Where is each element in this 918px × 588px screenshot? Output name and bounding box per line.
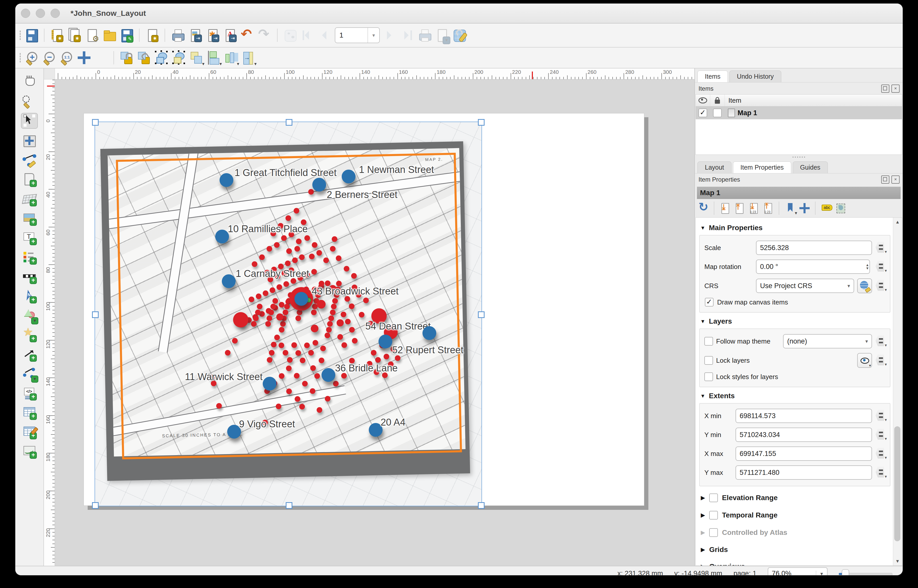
scale-input[interactable]: 5256.328 — [756, 241, 872, 255]
bookmark-icon[interactable] — [784, 202, 796, 214]
scrollbar-thumb[interactable] — [894, 426, 900, 541]
zoom-in-icon[interactable] — [24, 50, 39, 65]
x-min-input[interactable]: 698114.573 — [735, 409, 872, 423]
zoom-tool-icon[interactable] — [21, 94, 37, 108]
atlas-settings-icon[interactable] — [452, 28, 467, 43]
data-defined-override-button[interactable]: ▾ — [875, 260, 886, 273]
export-image-icon[interactable] — [188, 28, 202, 43]
export-atlas-icon[interactable] — [434, 28, 449, 43]
atlas-first-icon[interactable] — [300, 28, 315, 43]
atlas-prev-icon[interactable] — [317, 28, 332, 43]
add-fixed-table-icon[interactable] — [21, 425, 37, 439]
x-max-input[interactable]: 699147.155 — [735, 446, 872, 461]
zoom-full-icon[interactable] — [76, 50, 91, 65]
add-marker-icon[interactable] — [21, 328, 37, 342]
print-layout-icon[interactable] — [170, 28, 185, 43]
tab-items[interactable]: Items — [698, 71, 728, 82]
layout-manager-icon[interactable] — [84, 28, 99, 43]
add-scalebar-icon[interactable] — [21, 269, 37, 284]
resize-handle-w[interactable] — [92, 311, 99, 318]
resize-handle-nw[interactable] — [92, 119, 99, 126]
undo-icon[interactable] — [240, 28, 254, 43]
edit-nodes-item-icon[interactable] — [21, 153, 37, 168]
duplicate-layout-icon[interactable] — [67, 28, 82, 43]
align-items-icon[interactable] — [206, 50, 221, 65]
resize-handle-n[interactable] — [286, 119, 292, 126]
data-defined-override-button[interactable]: ▾ — [875, 428, 886, 442]
add-shape-icon[interactable] — [21, 308, 37, 323]
layout-canvas[interactable]: MAP 2. SCALE 30 INCHES TO A MILE. 1 Grea… — [55, 79, 695, 566]
tab-guides[interactable]: Guides — [793, 162, 828, 173]
add-north-arrow-icon[interactable] — [21, 289, 37, 304]
y-max-input[interactable]: 5711271.480 — [735, 465, 872, 480]
section-elevation-range[interactable]: ▶Elevation Range — [701, 493, 890, 502]
page-number-spinbox[interactable]: 1▾ — [335, 27, 380, 43]
scroll-up-arrow-icon[interactable]: ▲ — [893, 218, 902, 226]
close-dock-icon[interactable]: × — [891, 176, 900, 184]
atlas-next-icon[interactable] — [382, 28, 397, 43]
view-extent-icon[interactable] — [733, 202, 745, 214]
zoom-actual-icon[interactable] — [59, 50, 74, 65]
visible-layers-button[interactable]: ▾ — [857, 353, 872, 368]
section-layers[interactable]: ▼Layers — [700, 317, 890, 325]
add-legend-icon[interactable] — [21, 250, 37, 265]
crs-combobox[interactable]: Use Project CRS▾ — [756, 279, 854, 293]
y-min-input[interactable]: 5710243.034 — [735, 428, 872, 442]
zoom-slider-thumb[interactable] — [842, 569, 849, 575]
map-item[interactable]: MAP 2. SCALE 30 INCHES TO A MILE. 1 Grea… — [95, 122, 481, 506]
map-theme-combobox[interactable]: (none)▾ — [783, 334, 872, 348]
resize-handle-s[interactable] — [286, 502, 292, 509]
raise-items-icon[interactable] — [189, 50, 204, 65]
resize-handle-e[interactable] — [478, 311, 484, 318]
refresh-view-icon[interactable] — [94, 50, 108, 65]
add-html-icon[interactable] — [21, 386, 37, 401]
draw-map-canvas-items-row[interactable]: Draw map canvas items — [705, 298, 886, 307]
save-layout-icon[interactable] — [24, 28, 39, 43]
set-map-scale-icon[interactable] — [748, 202, 760, 214]
resize-handle-se[interactable] — [478, 502, 484, 509]
clipping-settings-icon[interactable] — [834, 202, 847, 214]
atlas-last-icon[interactable] — [400, 28, 414, 43]
add-arrow-icon[interactable] — [21, 347, 37, 362]
set-canvas-scale-icon[interactable] — [762, 202, 774, 214]
lock-items-icon[interactable] — [119, 50, 134, 65]
maximize-window-button[interactable] — [50, 9, 60, 18]
move-map-content-icon[interactable] — [798, 202, 810, 214]
section-temporal-range[interactable]: ▶Temporal Range — [701, 511, 890, 520]
add-picture-icon[interactable] — [21, 211, 37, 226]
export-pdf-icon[interactable] — [222, 28, 237, 43]
tab-layout[interactable]: Layout — [698, 162, 732, 173]
lock-checkbox[interactable] — [713, 108, 722, 117]
add-node-item-icon[interactable] — [21, 366, 37, 381]
pan-icon[interactable] — [21, 74, 37, 89]
export-svg-icon[interactable] — [205, 28, 220, 43]
select-all-icon[interactable] — [154, 50, 169, 65]
select-move-item-icon[interactable] — [21, 113, 38, 129]
section-controlled-by-atlas[interactable]: ▶Controlled by Atlas — [701, 528, 890, 537]
unlock-items-icon[interactable] — [136, 50, 151, 65]
close-dock-icon[interactable]: × — [891, 84, 900, 93]
tab-item-properties[interactable]: Item Properties — [733, 162, 791, 173]
lock-styles-checkbox[interactable] — [704, 372, 713, 381]
spin-arrows[interactable]: ▲▼ — [863, 263, 872, 270]
lock-layers-checkbox[interactable] — [704, 356, 713, 365]
distribute-items-icon[interactable] — [223, 50, 238, 65]
tab-undo-history[interactable]: Undo History — [729, 71, 781, 82]
zoom-out-icon[interactable] — [41, 50, 56, 65]
add-attribute-table-icon[interactable] — [21, 405, 37, 420]
save-as-template-icon[interactable] — [119, 28, 134, 43]
add-elevation-profile-icon[interactable] — [21, 444, 37, 459]
resize-handle-ne[interactable] — [478, 119, 484, 126]
section-extents[interactable]: ▼Extents — [700, 392, 890, 400]
visibility-checkbox[interactable] — [698, 108, 707, 117]
resize-handle-sw[interactable] — [92, 502, 99, 509]
panel-splitter[interactable] — [695, 155, 903, 159]
section-main-properties[interactable]: ▼Main Properties — [700, 224, 890, 232]
select-crs-button[interactable] — [857, 278, 872, 293]
data-defined-override-button[interactable]: ▾ — [875, 334, 886, 348]
float-dock-icon[interactable] — [881, 84, 889, 93]
move-item-content-icon[interactable] — [21, 133, 37, 148]
minimize-window-button[interactable] — [36, 9, 45, 18]
add-pages-icon[interactable] — [145, 28, 159, 43]
map-rotation-input[interactable]: 0.00 ° — [756, 260, 870, 274]
